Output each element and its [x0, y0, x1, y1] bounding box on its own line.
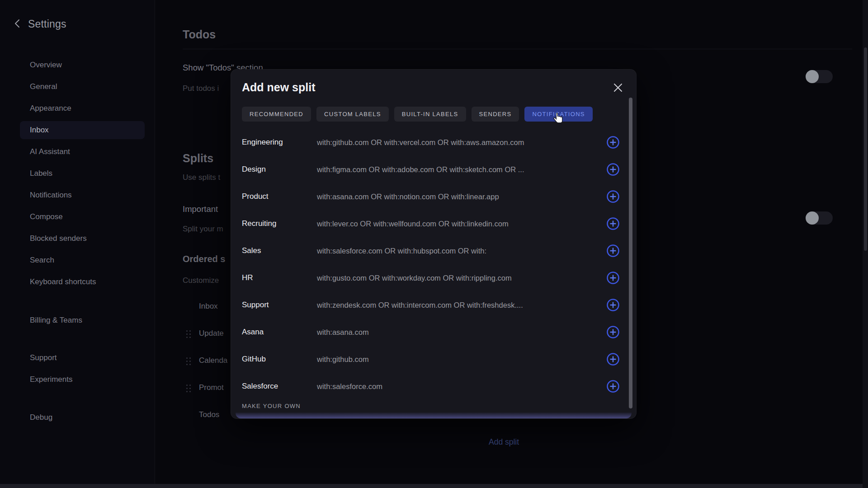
splits-heading: Splits: [183, 152, 213, 165]
split-name: Recruiting: [242, 219, 317, 228]
todos-description: Put todos i: [183, 84, 219, 93]
split-query: with:lever.co OR with:wellfound.com OR w…: [317, 220, 601, 228]
split-name: Sales: [242, 246, 317, 255]
settings-title: Settings: [28, 18, 66, 30]
sidebar-item-support[interactable]: Support: [20, 349, 145, 367]
important-split-description: Split your m: [183, 225, 223, 234]
add-split-button[interactable]: Add split: [489, 437, 519, 447]
settings-header[interactable]: Settings: [14, 18, 66, 30]
sidebar-item-compose[interactable]: Compose: [20, 208, 145, 226]
split-name: Salesforce: [242, 382, 317, 391]
split-query: with:github.com OR with:vercel.com OR wi…: [317, 138, 601, 147]
toggle-knob: [806, 70, 819, 83]
split-name: Design: [242, 165, 317, 174]
split-template-list: Engineering with:github.com OR with:verc…: [231, 129, 636, 400]
drag-handle-icon[interactable]: [186, 330, 191, 338]
split-query: with:zendesk.com OR with:intercom.com OR…: [317, 301, 601, 310]
split-query: with:salesforce.com: [317, 382, 601, 391]
split-row-product[interactable]: Product with:asana.com OR with:notion.co…: [231, 183, 636, 210]
split-row-asana[interactable]: Asana with:asana.com: [231, 319, 636, 346]
tab-custom-labels[interactable]: CUSTOM LABELS: [316, 107, 389, 122]
chevron-left-icon[interactable]: [14, 19, 21, 30]
split-row-sales[interactable]: Sales with:salesforce.com OR with:hubspo…: [231, 237, 636, 264]
splits-description: Use splits t: [183, 173, 220, 182]
split-name: Asana: [242, 328, 317, 337]
split-row-github[interactable]: GitHub with:github.com: [231, 346, 636, 373]
split-row-engineering[interactable]: Engineering with:github.com OR with:verc…: [231, 129, 636, 156]
toggle-knob: [806, 211, 819, 225]
drag-handle-icon[interactable]: [186, 357, 191, 365]
ordered-splits-description: Customize: [183, 276, 219, 285]
sidebar-item-labels[interactable]: Labels: [20, 164, 145, 183]
settings-sidebar: Settings Overview General Appearance Inb…: [0, 0, 155, 488]
settings-nav: Overview General Appearance Inbox AI Ass…: [20, 56, 145, 430]
ordered-split-todos[interactable]: Todos: [199, 410, 219, 419]
split-row-design[interactable]: Design with:figma.com OR with:adobe.com …: [231, 156, 636, 183]
add-split-plus-icon[interactable]: [606, 217, 620, 230]
sidebar-item-overview[interactable]: Overview: [20, 56, 145, 74]
sidebar-item-debug[interactable]: Debug: [20, 408, 145, 427]
app-window: Settings Overview General Appearance Inb…: [0, 0, 868, 488]
split-query: with:github.com: [317, 355, 601, 364]
show-todos-toggle[interactable]: [806, 70, 833, 83]
horizontal-scrollbar[interactable]: [0, 484, 863, 488]
make-your-own-heading: MAKE YOUR OWN: [242, 403, 636, 409]
add-split-plus-icon[interactable]: [606, 190, 620, 203]
split-name: Product: [242, 192, 317, 201]
tab-senders[interactable]: SENDERS: [472, 107, 519, 122]
split-name: HR: [242, 273, 317, 282]
sidebar-item-appearance[interactable]: Appearance: [20, 99, 145, 117]
add-split-plus-icon[interactable]: [606, 325, 620, 339]
add-split-plus-icon[interactable]: [606, 271, 620, 285]
ordered-split-inbox[interactable]: Inbox: [199, 302, 218, 311]
highlighted-row-sliver: [236, 413, 632, 418]
sidebar-item-notifications[interactable]: Notifications: [20, 186, 145, 204]
add-split-plus-icon[interactable]: [606, 136, 620, 149]
split-name: GitHub: [242, 355, 317, 364]
close-icon[interactable]: [613, 82, 623, 93]
add-split-plus-icon[interactable]: [606, 352, 620, 366]
ordered-split-updates[interactable]: Update: [199, 329, 224, 338]
sidebar-item-blocked-senders[interactable]: Blocked senders: [20, 230, 145, 248]
sidebar-item-ai-assistant[interactable]: AI Assistant: [20, 143, 145, 161]
add-split-plus-icon[interactable]: [606, 298, 620, 312]
split-row-support[interactable]: Support with:zendesk.com OR with:interco…: [231, 291, 636, 319]
split-query: with:salesforce.com OR with:hubspot.com …: [317, 247, 601, 255]
ordered-splits-heading: Ordered s: [183, 254, 225, 264]
add-new-split-modal: Add new split RECOMMENDED CUSTOM LABELS …: [231, 69, 637, 419]
todos-heading: Todos: [183, 28, 216, 41]
ordered-split-promotions[interactable]: Promot: [199, 383, 224, 392]
modal-scrollbar-thumb[interactable]: [629, 98, 632, 408]
split-query: with:asana.com: [317, 328, 601, 337]
split-row-hr[interactable]: HR with:gusto.com OR with:workday.com OR…: [231, 264, 636, 291]
sidebar-item-search[interactable]: Search: [20, 251, 145, 269]
page-scrollbar-thumb[interactable]: [864, 47, 867, 251]
sidebar-item-keyboard-shortcuts[interactable]: Keyboard shortcuts: [20, 273, 145, 291]
section-divider: [183, 49, 852, 49]
tab-recommended[interactable]: RECOMMENDED: [242, 107, 311, 122]
split-query: with:asana.com OR with:notion.com OR wit…: [317, 192, 601, 201]
add-split-plus-icon[interactable]: [606, 163, 620, 176]
sidebar-item-inbox[interactable]: Inbox: [20, 121, 145, 139]
sidebar-item-billing-teams[interactable]: Billing & Teams: [20, 311, 145, 329]
split-row-salesforce[interactable]: Salesforce with:salesforce.com: [231, 373, 636, 400]
modal-title: Add new split: [242, 81, 316, 94]
split-name: Engineering: [242, 138, 317, 147]
tab-built-in-labels[interactable]: BUILT-IN LABELS: [394, 107, 466, 122]
split-name: Support: [242, 300, 317, 310]
modal-tab-bar: RECOMMENDED CUSTOM LABELS BUILT-IN LABEL…: [242, 107, 636, 122]
split-query: with:figma.com OR with:adobe.com OR with…: [317, 165, 601, 174]
sidebar-item-general[interactable]: General: [20, 78, 145, 96]
sidebar-item-experiments[interactable]: Experiments: [20, 371, 145, 389]
important-split-toggle[interactable]: [806, 211, 833, 225]
ordered-split-calendar[interactable]: Calenda: [199, 356, 227, 365]
drag-handle-icon[interactable]: [186, 385, 191, 392]
add-split-plus-icon[interactable]: [606, 380, 620, 393]
split-row-recruiting[interactable]: Recruiting with:lever.co OR with:wellfou…: [231, 210, 636, 237]
add-split-plus-icon[interactable]: [606, 244, 620, 258]
pointer-cursor: [552, 112, 564, 127]
important-split-label: Important: [183, 204, 218, 214]
split-query: with:gusto.com OR with:workday.com OR wi…: [317, 274, 601, 282]
